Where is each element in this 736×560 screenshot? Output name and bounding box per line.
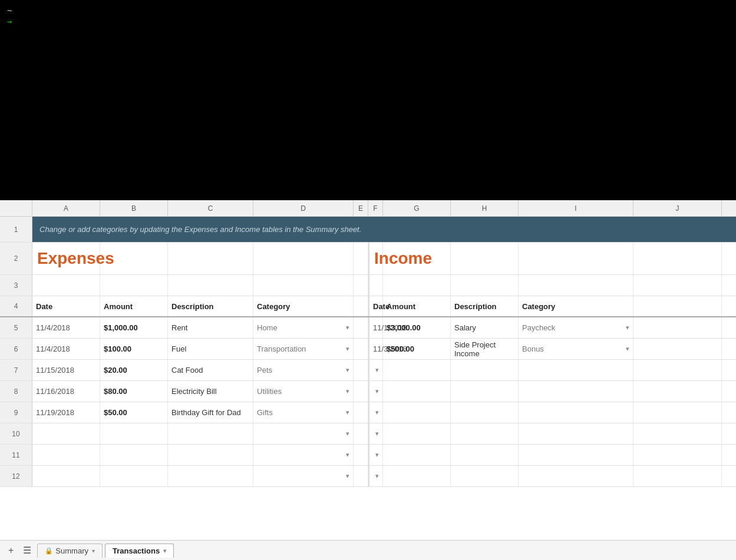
expenses-title: Expenses (32, 243, 100, 274)
row-num-11: 11 (0, 445, 32, 465)
cell-2j (633, 243, 722, 274)
cell-2c (100, 243, 168, 274)
exp-cat-5-label: Gifts (257, 408, 273, 417)
col-header-h: H (451, 200, 519, 217)
tab-summary[interactable]: 🔒 Summary ▾ (37, 544, 103, 558)
exp-cat-1-label: Home (257, 323, 278, 332)
exp-date-5: 11/19/2018 (32, 402, 100, 423)
row-1: 1 Change or add categories by updating t… (0, 217, 736, 243)
exp-cat-5-dropdown[interactable]: ▾ (346, 409, 349, 416)
exp-cat-3-dropdown[interactable]: ▾ (346, 366, 349, 374)
exp-cat-5[interactable]: Gifts ▾ (253, 402, 354, 423)
row-2: 2 Expenses Income (0, 243, 736, 275)
exp-cat-3[interactable]: Pets ▾ (253, 360, 354, 380)
exp-row-8-dropdown[interactable]: ▾ (346, 472, 349, 480)
inc-desc-2: Side Project Income (451, 339, 519, 359)
row-5: 5 11/4/2018 $1,000.00 Rent Home ▾ 11/1/2… (0, 317, 736, 339)
cell-2h (451, 243, 519, 274)
inc-row-5-dropdown[interactable]: ▾ (375, 409, 379, 416)
summary-tab-dropdown[interactable]: ▾ (92, 548, 95, 554)
exp-cat-1[interactable]: Home ▾ (253, 317, 354, 338)
col-header-i: I (519, 200, 633, 217)
col-header-j: J (633, 200, 722, 217)
lock-icon: 🔒 (45, 547, 53, 555)
inc-cat-1-label: Paycheck (522, 323, 555, 332)
add-sheet-button[interactable]: + (5, 544, 17, 557)
exp-cat-2[interactable]: Transportation ▾ (253, 339, 354, 359)
exp-cat-4-label: Utilities (257, 387, 282, 396)
terminal-area: ~ → (0, 0, 736, 200)
inc-desc-1: Salary (451, 317, 519, 338)
terminal-arrow: → (7, 16, 729, 26)
inc-desc-header: Description (451, 296, 519, 316)
col-header-f2: F (368, 200, 383, 217)
inc-cat-2-dropdown[interactable]: ▾ (626, 345, 629, 353)
exp-date-4: 11/16/2018 (32, 381, 100, 402)
inc-date-2: 11/3/2018 (368, 339, 383, 359)
exp-row-7-dropdown[interactable]: ▾ (346, 451, 349, 459)
cell-2i (519, 243, 633, 274)
cell-2g (383, 243, 451, 274)
col-header-g: G (383, 200, 451, 217)
inc-row-3-dropdown[interactable]: ▾ (375, 366, 379, 374)
inc-amount-2: $500.00 (383, 339, 451, 359)
inc-date-header: Date (368, 296, 383, 316)
inc-cat-1[interactable]: Paycheck ▾ (519, 317, 633, 338)
row-4: 4 Date Amount Description Category Date … (0, 296, 736, 317)
col-header-c: B (100, 200, 168, 217)
row-9: 9 11/19/2018 $50.00 Birthday Gift for Da… (0, 402, 736, 423)
exp-cat-1-dropdown[interactable]: ▾ (346, 324, 349, 332)
exp-cat-4-dropdown[interactable]: ▾ (346, 387, 349, 395)
exp-cat-2-dropdown[interactable]: ▾ (346, 345, 349, 353)
exp-date-3: 11/15/2018 (32, 360, 100, 380)
row-10: 10 ▾ ▾ (0, 423, 736, 445)
transactions-tab-dropdown[interactable]: ▾ (163, 548, 166, 554)
row-11: 11 ▾ ▾ (0, 445, 736, 466)
summary-tab-label: Summary (55, 546, 88, 555)
exp-cat-4[interactable]: Utilities ▾ (253, 381, 354, 402)
exp-cat-2-label: Transportation (257, 344, 306, 353)
income-title: Income (368, 243, 383, 274)
tab-transactions[interactable]: Transactions ▾ (105, 544, 174, 558)
cell-2e (253, 243, 354, 274)
inc-row-7-dropdown[interactable]: ▾ (375, 451, 379, 459)
row-12: 12 ▾ ▾ (0, 466, 736, 487)
cell-2f (354, 243, 368, 274)
row-num-7: 7 (0, 360, 32, 380)
row-num-12: 12 (0, 466, 32, 486)
row-num-2: 2 (0, 243, 32, 274)
sheet-menu-button[interactable]: ☰ (19, 544, 35, 557)
inc-cat-2[interactable]: Bonus ▾ (519, 339, 633, 359)
row-num-5: 5 (0, 317, 32, 338)
inc-row-6-dropdown[interactable]: ▾ (375, 430, 379, 438)
row-num-8: 8 (0, 381, 32, 402)
exp-desc-1: Rent (168, 317, 253, 338)
inc-date-1: 11/1/2018 (368, 317, 383, 338)
exp-cat-3-label: Pets (257, 366, 272, 375)
inc-row-8-dropdown[interactable]: ▾ (375, 472, 379, 480)
exp-desc-5: Birthday Gift for Dad (168, 402, 253, 423)
transactions-tab-label: Transactions (113, 546, 160, 555)
exp-date-1: 11/4/2018 (32, 317, 100, 338)
exp-date-2: 11/4/2018 (32, 339, 100, 359)
column-headers: A B C D E F G H I J (0, 200, 736, 217)
inc-cat-1-dropdown[interactable]: ▾ (626, 324, 629, 332)
row-8: 8 11/16/2018 $80.00 Electricity Bill Uti… (0, 381, 736, 402)
inc-cat-header: Category (519, 296, 633, 316)
row-num-4: 4 (0, 296, 32, 316)
exp-row-6-dropdown[interactable]: ▾ (346, 430, 349, 438)
row-3: 3 (0, 275, 736, 296)
exp-date-header: Date (32, 296, 100, 316)
row-num-9: 9 (0, 402, 32, 423)
row-num-6: 6 (0, 339, 32, 359)
row-num-10: 10 (0, 423, 32, 444)
inc-cat-2-label: Bonus (522, 344, 544, 353)
inc-row-4-dropdown[interactable]: ▾ (375, 387, 379, 395)
exp-amount-3: $20.00 (100, 360, 168, 380)
corner-cell (0, 200, 32, 216)
tab-bar: + ☰ 🔒 Summary ▾ Transactions ▾ (0, 540, 736, 560)
col-header-f: E (354, 200, 368, 217)
row-6: 6 11/4/2018 $100.00 Fuel Transportation … (0, 339, 736, 360)
col-header-d: C (168, 200, 253, 217)
exp-amount-1: $1,000.00 (100, 317, 168, 338)
